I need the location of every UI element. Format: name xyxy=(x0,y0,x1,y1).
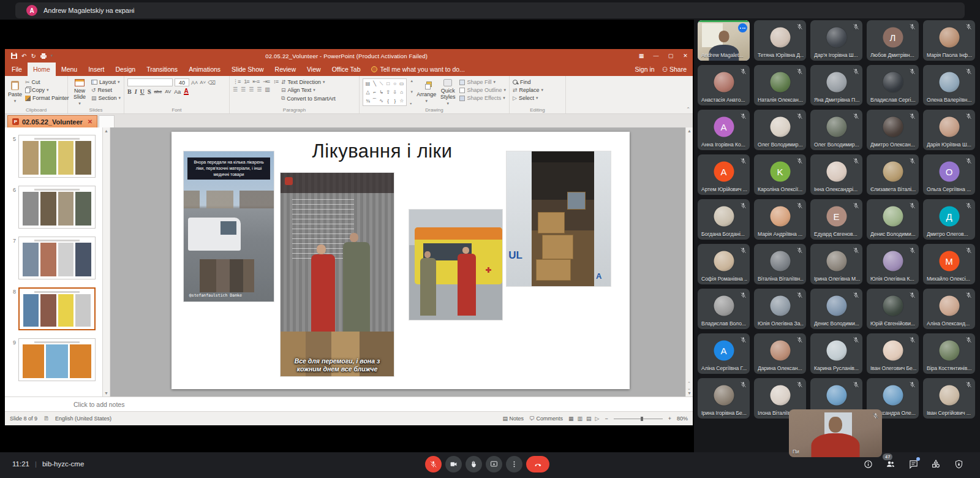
participant-tile[interactable]: Богдана Богдані... xyxy=(698,199,750,240)
zoom-out-icon[interactable]: − xyxy=(605,415,608,422)
self-video-tile[interactable]: Andrew Magalet... xyxy=(698,20,750,61)
thumbnail-scrollbar[interactable]: ▲▼ xyxy=(103,127,110,396)
raise-hand-button[interactable] xyxy=(466,456,482,472)
tab-close-icon[interactable]: ✕ xyxy=(88,118,92,125)
font-color-button[interactable]: A xyxy=(184,88,188,95)
camera-tile-floating[interactable]: Пи xyxy=(789,409,882,457)
participant-tile[interactable]: Юлія Олегівна К... xyxy=(867,244,919,284)
ppt-tab-review[interactable]: Review xyxy=(270,63,301,76)
indent-increase-icon[interactable]: ⇥≡ xyxy=(263,78,270,85)
participant-tile[interactable]: Софія Романівна ... xyxy=(698,244,750,284)
columns-icon[interactable]: ▥ xyxy=(265,86,270,93)
participant-tile[interactable]: Анастасія Анато... xyxy=(698,65,750,105)
participant-tile[interactable]: Віталіна Віталіївн... xyxy=(754,244,806,284)
participant-tile[interactable]: ЛЛюбов Дмитрівн... xyxy=(867,20,919,61)
numbering-icon[interactable]: 1≡ xyxy=(244,78,249,85)
align-center-icon[interactable]: ☰ xyxy=(241,86,245,93)
slide-sorter-icon[interactable]: ▥ xyxy=(578,415,583,422)
participant-tile[interactable]: AАліна Сергіївна Г... xyxy=(698,333,750,374)
shrink-font-icon[interactable]: A˅ xyxy=(200,80,206,85)
participant-tile[interactable]: Дарія Юріївна Ш... xyxy=(923,110,975,150)
notes-toggle[interactable]: ▤ Notes xyxy=(502,415,524,422)
participant-tile[interactable]: Дмитро Олексан... xyxy=(867,110,919,150)
collapse-ribbon-icon[interactable]: ⌃ xyxy=(686,107,690,112)
font-name-input[interactable] xyxy=(127,78,173,86)
ppt-tab-slide-show[interactable]: Slide Show xyxy=(226,63,270,76)
slideshow-icon[interactable]: ▷ xyxy=(595,415,600,422)
participant-tile[interactable]: Юрій Євгенійови... xyxy=(867,289,919,329)
participant-tile[interactable]: AАртем Юрійович ... xyxy=(698,154,750,195)
close-icon[interactable]: ✕ xyxy=(678,51,693,61)
replace-button[interactable]: ⇄Replace▾ xyxy=(513,87,543,93)
end-call-button[interactable] xyxy=(526,456,549,472)
print-preview-icon[interactable] xyxy=(40,53,47,59)
ppt-tab-office-tab[interactable]: Office Tab xyxy=(326,63,366,76)
ppt-tab-menu[interactable]: Menu xyxy=(56,63,83,76)
smartart-button[interactable]: ⧉Convert to SmartArt xyxy=(281,95,336,102)
slide-thumbnail[interactable] xyxy=(18,186,96,229)
participant-tile[interactable]: ЕЕдуард Євгенов... xyxy=(810,199,862,240)
participant-tile[interactable]: Наталія Олексан... xyxy=(754,65,806,105)
qat-customize-icon[interactable]: ▾ xyxy=(51,53,53,58)
cut-button[interactable]: ✂Cut xyxy=(25,79,69,85)
indent-decrease-icon[interactable]: ⇤≡ xyxy=(253,78,260,85)
underline-button[interactable]: U xyxy=(140,88,145,95)
zoom-slider[interactable] xyxy=(614,419,663,419)
quick-styles-button[interactable]: Quick Styles▾ xyxy=(439,78,456,106)
participant-tile[interactable]: Яна Дмитрівна П... xyxy=(810,65,862,105)
redo-icon[interactable]: ↻ xyxy=(31,53,36,59)
find-button[interactable]: Find xyxy=(513,79,543,85)
zoom-in-icon[interactable]: + xyxy=(668,415,671,422)
clear-formatting-icon[interactable]: ⌫ xyxy=(208,80,216,86)
spellcheck-icon[interactable]: 🖹 xyxy=(43,415,49,422)
ppt-tab-home[interactable]: Home xyxy=(28,63,56,76)
chat-icon[interactable] xyxy=(908,458,919,469)
canvas-scrollbar[interactable]: ▲⌃⌄▼ xyxy=(685,127,693,396)
participant-tile[interactable]: Юлія Олегівна За... xyxy=(754,289,806,329)
participant-tile[interactable]: ДДмитро Олегов... xyxy=(923,199,975,240)
text-direction-button[interactable]: ⇵Text Direction▾ xyxy=(281,79,336,85)
reading-view-icon[interactable]: ▤ xyxy=(586,415,592,422)
participant-tile[interactable]: Віра Костянтинів... xyxy=(923,333,975,374)
camera-button[interactable] xyxy=(445,456,462,472)
new-tab-button[interactable] xyxy=(99,115,115,127)
minimize-icon[interactable]: — xyxy=(649,51,663,61)
ppt-tab-transitions[interactable]: Transitions xyxy=(141,63,183,76)
select-button[interactable]: ▷Select▾ xyxy=(513,95,543,101)
participant-tile[interactable]: Єлизавета Віталі... xyxy=(867,154,919,195)
activities-icon[interactable] xyxy=(930,458,941,469)
participant-tile[interactable]: AАнна Ігорівна Ко... xyxy=(698,110,750,150)
participant-tile[interactable]: Владислав Воло... xyxy=(698,289,750,329)
justify-icon[interactable]: ☰ xyxy=(257,86,261,93)
meeting-details-icon[interactable] xyxy=(862,458,873,469)
ppt-title-bar[interactable]: ↶ ↻ ▾ 02.05.22_Volunteer - PowerPoint (P… xyxy=(5,49,693,63)
participant-tile[interactable]: MМихайло Олексі... xyxy=(923,244,975,284)
format-painter-button[interactable]: Format Painter xyxy=(25,95,69,101)
arrange-button[interactable]: Arrange▾ xyxy=(417,78,436,106)
ppt-tab-file[interactable]: File xyxy=(6,63,28,76)
shape-outline-button[interactable]: Shape Outline▾ xyxy=(459,87,506,93)
shadow-button[interactable]: S xyxy=(148,88,151,95)
share-button[interactable]: ⚇ Share xyxy=(662,66,687,73)
tell-me-box[interactable]: Tell me what you want to do... xyxy=(371,66,465,73)
participant-tile[interactable]: Дарина Олексан... xyxy=(754,333,806,374)
line-spacing-icon[interactable]: ↕≡ xyxy=(273,78,278,85)
grow-font-icon[interactable]: A˄ xyxy=(191,80,198,86)
shape-fill-button[interactable]: Shape Fill▾ xyxy=(459,79,506,85)
present-button[interactable] xyxy=(486,456,502,472)
participant-tile[interactable]: Тетяна Юріївна Д... xyxy=(754,20,806,61)
reset-button[interactable]: ↺Reset xyxy=(91,87,121,93)
italic-button[interactable]: I xyxy=(135,88,137,95)
shapes-gallery[interactable]: ▤╲⟍□○▭ △⌐↳⇧⇩⌂ ¾⌒∿{}☆ xyxy=(363,78,407,106)
participant-tile[interactable]: Марія Андріївна ... xyxy=(754,199,806,240)
slide-thumbnail[interactable] xyxy=(18,135,96,178)
ppt-tab-insert[interactable]: Insert xyxy=(83,63,110,76)
char-spacing-button[interactable]: AV xyxy=(165,89,171,94)
save-icon[interactable] xyxy=(11,53,17,59)
participant-tile[interactable]: OОльга Сергіївна ... xyxy=(923,154,975,195)
ppt-tab-animations[interactable]: Animations xyxy=(183,63,226,76)
participant-tile[interactable]: Денис Володими... xyxy=(810,289,862,329)
align-right-icon[interactable]: ☰ xyxy=(249,86,253,93)
participant-tile[interactable]: Олег Володимир... xyxy=(754,110,806,150)
align-left-icon[interactable]: ☰ xyxy=(233,86,237,93)
